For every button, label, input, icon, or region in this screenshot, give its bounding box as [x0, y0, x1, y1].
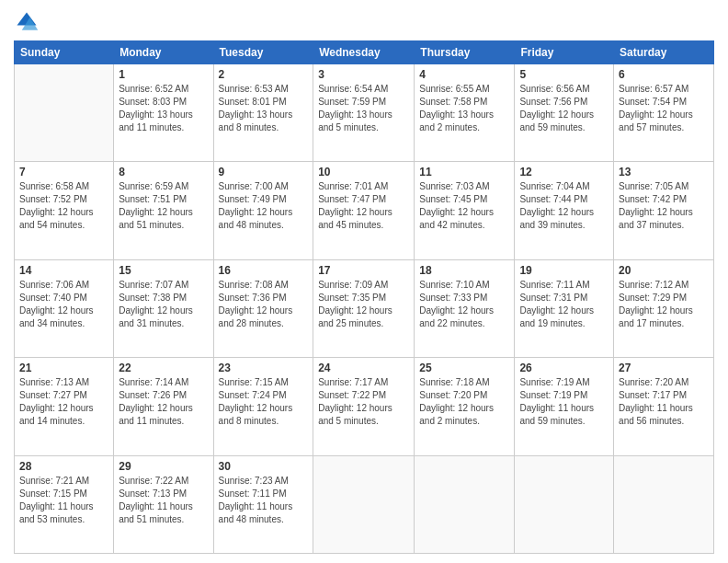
- calendar-cell: 1Sunrise: 6:52 AM Sunset: 8:03 PM Daylig…: [114, 64, 213, 162]
- day-info: Sunrise: 7:19 AM Sunset: 7:19 PM Dayligh…: [519, 376, 609, 428]
- day-info: Sunrise: 7:08 AM Sunset: 7:36 PM Dayligh…: [219, 279, 309, 330]
- day-info: Sunrise: 7:14 AM Sunset: 7:26 PM Dayligh…: [119, 376, 208, 428]
- day-info: Sunrise: 7:15 AM Sunset: 7:24 PM Dayligh…: [219, 376, 309, 428]
- calendar-cell: 6Sunrise: 6:57 AM Sunset: 7:54 PM Daylig…: [614, 64, 714, 162]
- header-friday: Friday: [515, 41, 614, 64]
- calendar-cell: [415, 455, 515, 553]
- day-number: 6: [619, 68, 709, 81]
- day-info: Sunrise: 7:11 AM Sunset: 7:31 PM Dayligh…: [519, 279, 609, 330]
- calendar-cell: 12Sunrise: 7:04 AM Sunset: 7:44 PM Dayli…: [515, 162, 614, 259]
- day-number: 17: [318, 264, 409, 277]
- day-info: Sunrise: 6:57 AM Sunset: 7:54 PM Dayligh…: [619, 83, 709, 134]
- day-info: Sunrise: 7:10 AM Sunset: 7:33 PM Dayligh…: [419, 279, 509, 330]
- day-number: 18: [419, 264, 509, 277]
- day-number: 24: [318, 362, 409, 374]
- day-number: 8: [119, 166, 208, 178]
- calendar-cell: [313, 455, 415, 553]
- calendar: SundayMondayTuesdayWednesdayThursdayFrid…: [14, 40, 714, 554]
- calendar-cell: [614, 455, 714, 553]
- calendar-cell: 23Sunrise: 7:15 AM Sunset: 7:24 PM Dayli…: [213, 358, 313, 455]
- calendar-cell: 13Sunrise: 7:05 AM Sunset: 7:42 PM Dayli…: [614, 162, 714, 259]
- day-number: 26: [519, 362, 609, 374]
- header-saturday: Saturday: [614, 41, 714, 64]
- calendar-cell: 30Sunrise: 7:23 AM Sunset: 7:11 PM Dayli…: [213, 455, 313, 553]
- day-info: Sunrise: 6:55 AM Sunset: 7:58 PM Dayligh…: [419, 83, 509, 134]
- day-info: Sunrise: 6:56 AM Sunset: 7:56 PM Dayligh…: [519, 83, 609, 134]
- calendar-cell: 8Sunrise: 6:59 AM Sunset: 7:51 PM Daylig…: [114, 162, 213, 259]
- calendar-cell: 24Sunrise: 7:17 AM Sunset: 7:22 PM Dayli…: [313, 358, 415, 455]
- day-number: 15: [119, 264, 208, 277]
- calendar-cell: 16Sunrise: 7:08 AM Sunset: 7:36 PM Dayli…: [213, 259, 313, 357]
- day-number: 25: [419, 362, 509, 374]
- calendar-cell: 28Sunrise: 7:21 AM Sunset: 7:15 PM Dayli…: [15, 455, 114, 553]
- day-info: Sunrise: 7:07 AM Sunset: 7:38 PM Dayligh…: [119, 279, 208, 330]
- day-info: Sunrise: 6:53 AM Sunset: 8:01 PM Dayligh…: [219, 83, 309, 134]
- day-number: 11: [419, 166, 509, 178]
- day-info: Sunrise: 6:58 AM Sunset: 7:52 PM Dayligh…: [19, 180, 108, 232]
- calendar-cell: 9Sunrise: 7:00 AM Sunset: 7:49 PM Daylig…: [213, 162, 313, 259]
- day-info: Sunrise: 7:06 AM Sunset: 7:40 PM Dayligh…: [19, 279, 108, 330]
- calendar-cell: 4Sunrise: 6:55 AM Sunset: 7:58 PM Daylig…: [415, 64, 515, 162]
- calendar-cell: 26Sunrise: 7:19 AM Sunset: 7:19 PM Dayli…: [515, 358, 614, 455]
- day-info: Sunrise: 7:04 AM Sunset: 7:44 PM Dayligh…: [519, 180, 609, 232]
- day-number: 13: [619, 166, 709, 178]
- day-number: 23: [219, 362, 309, 374]
- header-monday: Monday: [114, 41, 213, 64]
- calendar-cell: 5Sunrise: 6:56 AM Sunset: 7:56 PM Daylig…: [515, 64, 614, 162]
- logo-icon: [14, 9, 40, 35]
- calendar-cell: 19Sunrise: 7:11 AM Sunset: 7:31 PM Dayli…: [515, 259, 614, 357]
- calendar-cell: 3Sunrise: 6:54 AM Sunset: 7:59 PM Daylig…: [313, 64, 415, 162]
- day-number: 19: [519, 264, 609, 277]
- day-info: Sunrise: 7:21 AM Sunset: 7:15 PM Dayligh…: [19, 475, 108, 526]
- day-number: 21: [19, 362, 108, 374]
- day-info: Sunrise: 7:23 AM Sunset: 7:11 PM Dayligh…: [219, 475, 309, 526]
- day-number: 16: [219, 264, 309, 277]
- calendar-cell: 7Sunrise: 6:58 AM Sunset: 7:52 PM Daylig…: [15, 162, 114, 259]
- day-number: 1: [119, 68, 208, 81]
- day-info: Sunrise: 7:09 AM Sunset: 7:35 PM Dayligh…: [318, 279, 409, 330]
- calendar-cell: [515, 455, 614, 553]
- calendar-cell: 29Sunrise: 7:22 AM Sunset: 7:13 PM Dayli…: [114, 455, 213, 553]
- day-info: Sunrise: 7:20 AM Sunset: 7:17 PM Dayligh…: [619, 376, 709, 428]
- calendar-cell: 14Sunrise: 7:06 AM Sunset: 7:40 PM Dayli…: [15, 259, 114, 357]
- day-number: 2: [219, 68, 309, 81]
- day-number: 7: [19, 166, 108, 178]
- day-info: Sunrise: 7:13 AM Sunset: 7:27 PM Dayligh…: [19, 376, 108, 428]
- day-info: Sunrise: 7:18 AM Sunset: 7:20 PM Dayligh…: [419, 376, 509, 428]
- header-wednesday: Wednesday: [313, 41, 415, 64]
- day-number: 20: [619, 264, 709, 277]
- header-thursday: Thursday: [415, 41, 515, 64]
- day-number: 30: [219, 460, 309, 473]
- day-info: Sunrise: 7:17 AM Sunset: 7:22 PM Dayligh…: [318, 376, 409, 428]
- calendar-cell: [15, 64, 114, 162]
- day-number: 27: [619, 362, 709, 374]
- calendar-cell: 11Sunrise: 7:03 AM Sunset: 7:45 PM Dayli…: [415, 162, 515, 259]
- calendar-cell: 10Sunrise: 7:01 AM Sunset: 7:47 PM Dayli…: [313, 162, 415, 259]
- day-number: 28: [19, 460, 108, 473]
- day-info: Sunrise: 7:05 AM Sunset: 7:42 PM Dayligh…: [619, 180, 709, 232]
- calendar-cell: 20Sunrise: 7:12 AM Sunset: 7:29 PM Dayli…: [614, 259, 714, 357]
- calendar-cell: 25Sunrise: 7:18 AM Sunset: 7:20 PM Dayli…: [415, 358, 515, 455]
- day-number: 14: [19, 264, 108, 277]
- day-number: 29: [119, 460, 208, 473]
- day-info: Sunrise: 7:03 AM Sunset: 7:45 PM Dayligh…: [419, 180, 509, 232]
- logo: [14, 9, 43, 35]
- day-number: 3: [318, 68, 409, 81]
- day-info: Sunrise: 6:52 AM Sunset: 8:03 PM Dayligh…: [119, 83, 208, 134]
- day-info: Sunrise: 6:59 AM Sunset: 7:51 PM Dayligh…: [119, 180, 208, 232]
- day-info: Sunrise: 7:22 AM Sunset: 7:13 PM Dayligh…: [119, 475, 208, 526]
- calendar-cell: 15Sunrise: 7:07 AM Sunset: 7:38 PM Dayli…: [114, 259, 213, 357]
- day-number: 4: [419, 68, 509, 81]
- calendar-cell: 21Sunrise: 7:13 AM Sunset: 7:27 PM Dayli…: [15, 358, 114, 455]
- day-number: 9: [219, 166, 309, 178]
- calendar-cell: 2Sunrise: 6:53 AM Sunset: 8:01 PM Daylig…: [213, 64, 313, 162]
- day-info: Sunrise: 7:01 AM Sunset: 7:47 PM Dayligh…: [318, 180, 409, 232]
- header-tuesday: Tuesday: [213, 41, 313, 64]
- day-number: 10: [318, 166, 409, 178]
- day-info: Sunrise: 6:54 AM Sunset: 7:59 PM Dayligh…: [318, 83, 409, 134]
- day-info: Sunrise: 7:12 AM Sunset: 7:29 PM Dayligh…: [619, 279, 709, 330]
- header-sunday: Sunday: [15, 41, 114, 64]
- day-info: Sunrise: 7:00 AM Sunset: 7:49 PM Dayligh…: [219, 180, 309, 232]
- day-number: 5: [519, 68, 609, 81]
- calendar-cell: 18Sunrise: 7:10 AM Sunset: 7:33 PM Dayli…: [415, 259, 515, 357]
